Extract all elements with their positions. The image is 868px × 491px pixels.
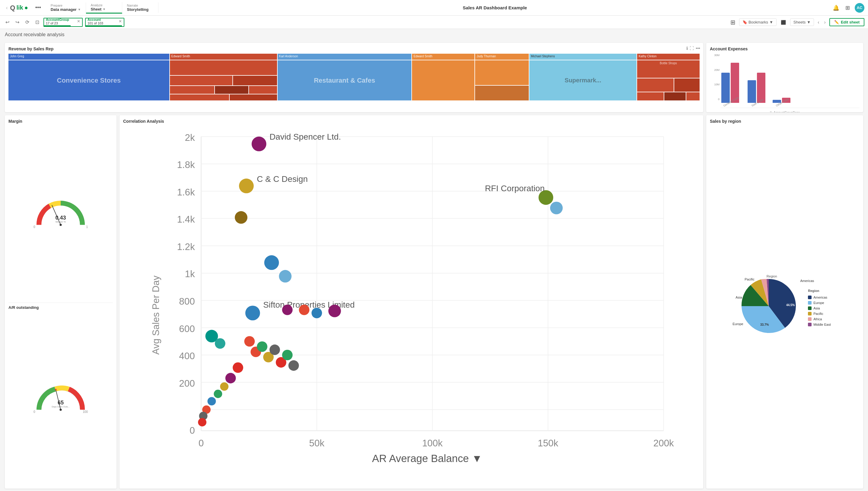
rep-label-6: Michael Stephens	[529, 54, 637, 60]
p7[interactable]	[282, 350, 293, 360]
tm-block-7f	[686, 92, 700, 100]
sheets-button[interactable]: Sheets ▼	[790, 19, 814, 26]
account-filter[interactable]: Account 101 of 103 ✕	[85, 18, 124, 27]
point-mag1[interactable]	[328, 305, 341, 317]
treemap-col-4: Edward Smith	[412, 54, 474, 100]
p16[interactable]	[198, 418, 206, 427]
margin-gauge-svg: 0.43 Margin %	[33, 198, 88, 228]
point-blue2[interactable]	[279, 270, 291, 283]
p11[interactable]	[220, 382, 228, 391]
region-content: Region 44.5% 33.7%	[710, 126, 860, 483]
p9[interactable]	[233, 363, 243, 373]
filter-bar: ↩ ↪ ⟳ ⊡ AccountGroup 17 of 23 ✕ Account …	[0, 16, 868, 29]
point-david[interactable]	[252, 137, 267, 151]
svg-text:Avg Sales Per Day: Avg Sales Per Day	[150, 276, 161, 355]
nav-analyze-arrow: ▼	[103, 7, 106, 11]
account-close[interactable]: ✕	[119, 19, 122, 24]
tm-block-2e	[215, 86, 248, 94]
grid-icon[interactable]: ⊞	[844, 3, 851, 12]
page-title: Account receivable analysis	[0, 29, 868, 40]
account-group-close[interactable]: ✕	[77, 19, 80, 24]
point-olive[interactable]	[235, 211, 248, 224]
bar-group-staff: Staff Costs	[748, 73, 765, 108]
legend-title: Region	[808, 289, 831, 293]
nav-narrate-sub: Storytelling	[127, 7, 149, 12]
avatar[interactable]: AC	[855, 3, 864, 13]
tm-block-2b	[170, 76, 233, 86]
grid-layout-icon[interactable]: ⊞	[729, 18, 737, 27]
bookmarks-label: Bookmarks	[749, 20, 768, 24]
p12[interactable]	[214, 389, 222, 398]
p3[interactable]	[257, 341, 268, 352]
tm-block-5a	[475, 60, 529, 85]
edit-sheet-label: Edit sheet	[841, 20, 860, 24]
tm-block-2f	[249, 86, 277, 94]
nav-analyze[interactable]: Analyze Sheet ▼	[86, 2, 122, 13]
more-icon[interactable]: •••	[696, 46, 700, 51]
legend-label-europe: Europe	[813, 301, 824, 305]
next-sheet-icon[interactable]: ›	[823, 19, 827, 26]
p5[interactable]	[270, 344, 280, 355]
sheets-icon[interactable]: ⬛	[779, 19, 788, 26]
treemap-col-7: Kathy Clinton Bottle Shops	[637, 54, 700, 100]
svg-text:1.8k: 1.8k	[177, 160, 195, 170]
pct-europe: 33.7%	[760, 323, 769, 326]
point-cc[interactable]	[239, 178, 254, 193]
expenses-title: Account Expenses	[710, 47, 860, 51]
ar-label-text: Days Sales Outs...	[52, 405, 70, 408]
bookmarks-button[interactable]: 🔖 Bookmarks ▼	[739, 19, 777, 26]
rep-label-7: Kathy Clinton	[637, 54, 700, 60]
p1[interactable]	[244, 336, 255, 347]
treemap-col-3: Karl Anderson Restaurant & Cafes	[278, 54, 412, 100]
nav-right: 🔔 ⊞ AC	[832, 3, 864, 13]
filter-snapshot-icon[interactable]: ⊡	[33, 18, 41, 26]
correlation-title: Correlation Analysis	[123, 119, 700, 124]
account-group-filter[interactable]: AccountGroup 17 of 23 ✕	[44, 18, 83, 27]
bar-general-actual	[721, 73, 730, 103]
nav-back-button[interactable]: ‹	[4, 4, 10, 12]
nav-narrate[interactable]: Narrate Storytelling	[122, 2, 159, 13]
point-teal2[interactable]	[215, 338, 225, 349]
gauge-value-text: 0.43	[55, 215, 66, 221]
notification-icon[interactable]: 🔔	[832, 3, 841, 12]
nav-more-button[interactable]: •••	[33, 3, 44, 12]
legend-label-americas: Americas	[813, 295, 827, 299]
margin-title: Margin	[8, 119, 113, 124]
point-blue1[interactable]	[264, 255, 279, 270]
tm-block-2a	[170, 60, 277, 75]
filter-reset-icon[interactable]: ⟳	[24, 18, 31, 26]
point-sifton[interactable]	[245, 306, 260, 320]
filter-forward-icon[interactable]: ↪	[13, 18, 21, 26]
y-30m: 30M	[714, 54, 720, 57]
qlik-logo: Q lik ●	[10, 4, 28, 12]
point-purple1[interactable]	[282, 305, 293, 315]
account-chip[interactable]: Account 101 of 103 ✕	[85, 18, 124, 27]
p10[interactable]	[225, 373, 236, 383]
filter-back-icon[interactable]: ↩	[4, 18, 11, 26]
point-dblue1[interactable]	[311, 308, 322, 318]
tm-block-7b	[637, 79, 674, 91]
edit-sheet-button[interactable]: ✏️ Edit sheet	[829, 18, 864, 26]
nav-prepare[interactable]: Prepare Data manager ▼	[46, 2, 86, 13]
legend-dot-asia	[808, 307, 812, 310]
point-rfi2[interactable]	[550, 202, 563, 214]
p13[interactable]	[207, 397, 216, 405]
expand-icon[interactable]: ⛶	[690, 46, 694, 51]
legend-label-asia: Asia	[813, 307, 820, 310]
point-red1[interactable]	[299, 305, 309, 315]
margin-max: 1	[86, 225, 88, 229]
top-nav: ‹ Q lik ● ••• Prepare Data manager ▼ Ana…	[0, 0, 868, 16]
bar-groups: General Costs Staff Costs Othe	[721, 54, 860, 108]
prev-sheet-icon[interactable]: ‹	[816, 19, 820, 26]
account-group-chip[interactable]: AccountGroup 17 of 23 ✕	[44, 18, 83, 27]
region-card: Sales by region Region	[706, 115, 863, 489]
ar-min-max: 0 100	[33, 410, 88, 413]
svg-text:150k: 150k	[538, 438, 558, 449]
cat-restaurant: Restaurant & Cafes	[278, 60, 412, 100]
edit-icon: ✏️	[834, 20, 839, 24]
legend-label-middleeast: Middle East	[813, 323, 831, 326]
info-icon[interactable]: ℹ	[686, 46, 688, 51]
p8[interactable]	[288, 360, 299, 371]
svg-text:100k: 100k	[422, 438, 443, 449]
legend-africa: Africa	[808, 317, 831, 321]
